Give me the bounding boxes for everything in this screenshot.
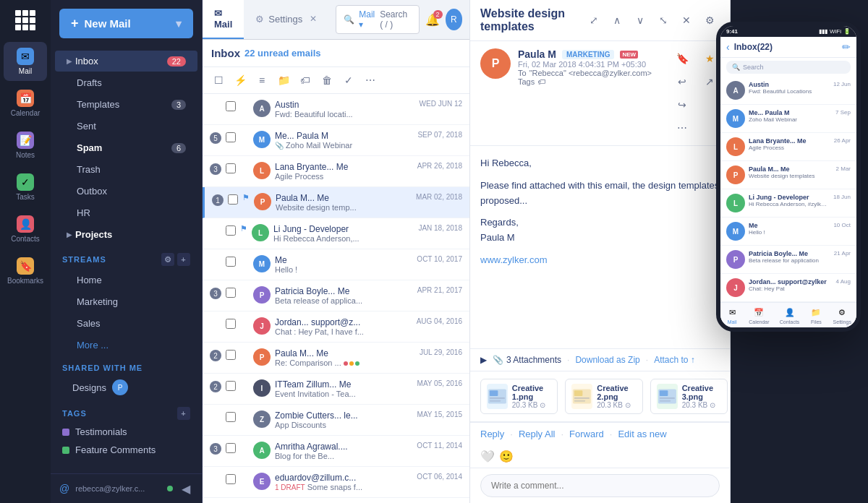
- mail-checkbox[interactable]: [226, 288, 236, 298]
- attach-to-link[interactable]: Attach to ↑: [654, 355, 695, 365]
- mail-row[interactable]: 3 L Lana Bryante... Me Agile Process APR…: [203, 156, 469, 187]
- mail-checkbox[interactable]: [228, 194, 238, 205]
- select-all-button[interactable]: ☐: [208, 70, 229, 90]
- mail-checkbox[interactable]: [226, 474, 236, 484]
- sidebar-item-trash[interactable]: Trash: [55, 159, 197, 180]
- mail-row[interactable]: A admin@zillum.com Event Updated - De...…: [203, 498, 469, 503]
- bookmark-button[interactable]: 🔖: [672, 48, 692, 69]
- attachment-card[interactable]: Creative 3.png 20.3 KB ⊙: [650, 379, 728, 414]
- mail-row[interactable]: 3 A Amritha Agrawal.... Blog for the Be.…: [203, 436, 469, 467]
- phone-mail-item[interactable]: A Austin Fwd: Beautiful Locations 12 Jun: [720, 77, 856, 105]
- phone-compose-icon[interactable]: ✏: [842, 41, 851, 53]
- global-search-box[interactable]: 🔍 Mail ▾ Search ( / ): [336, 5, 419, 34]
- attachment-card[interactable]: Creative 2.png 20.3 KB ⊙: [565, 379, 642, 414]
- phone-bottom-calendar[interactable]: 📅 Calendar: [749, 306, 769, 324]
- tags-add-email-icon[interactable]: 🏷: [537, 77, 545, 86]
- forward-quick-button[interactable]: ↪: [672, 95, 692, 115]
- phone-mail-item[interactable]: M Me Hello ! 10 Oct: [720, 218, 856, 246]
- reply-all-link[interactable]: Reply All: [519, 429, 556, 439]
- reply-link[interactable]: Reply: [480, 429, 504, 439]
- mail-row[interactable]: A Austin Fwd: Beautiful locati... WED JU…: [203, 94, 469, 125]
- mail-checkbox[interactable]: [226, 163, 236, 173]
- tag-feature-comments[interactable]: Feature Comments: [51, 441, 202, 459]
- phone-mail-item[interactable]: J Jordan... support@zylker Chat: Hey Pat…: [720, 274, 856, 302]
- phone-mail-item[interactable]: L Li Jung - Developer Hi Rebecca Anderso…: [720, 189, 856, 218]
- sidebar-item-templates[interactable]: Templates 3: [55, 94, 197, 115]
- mail-row[interactable]: J Jordan... support@z... Chat : Hey Pat,…: [203, 311, 469, 343]
- attachment-count[interactable]: 📎 3 Attachments: [493, 355, 561, 365]
- group-button[interactable]: ≡: [252, 70, 272, 90]
- sidebar-item-drafts[interactable]: Drafts: [55, 72, 197, 93]
- forward-link[interactable]: Forward: [569, 429, 604, 439]
- shared-designs[interactable]: Designs P: [51, 375, 202, 400]
- mail-row[interactable]: 5 M Me... Paula M 📎Zoho Mail Webinar SEP…: [203, 125, 469, 156]
- mail-checkbox[interactable]: [226, 132, 236, 142]
- tab-settings-close-icon[interactable]: ✕: [310, 14, 317, 24]
- mail-row[interactable]: E eduardov@zillum.c... 1 DRAFT Some snap…: [203, 467, 469, 498]
- search-input[interactable]: Search ( / ): [380, 9, 411, 30]
- tab-settings[interactable]: ⚙ Settings ✕: [244, 6, 328, 34]
- app-grid-button[interactable]: [12, 7, 38, 33]
- filter-button[interactable]: ⚡: [230, 70, 250, 90]
- phone-mail-item[interactable]: M Me... Paula M Zoho Mail Webinar 7 Sep: [720, 105, 856, 133]
- streams-settings-icon[interactable]: ⚙: [161, 253, 174, 266]
- tags-add-icon[interactable]: +: [177, 407, 190, 420]
- mail-row[interactable]: M Me Hello ! OCT 10, 2017: [203, 249, 469, 280]
- sidebar-item-outbox[interactable]: Outbox: [55, 181, 197, 202]
- phone-search-box[interactable]: 🔍 Search: [726, 61, 851, 74]
- sidebar-item-home[interactable]: Home: [55, 270, 197, 291]
- email-website[interactable]: www.zylker.com: [480, 253, 720, 268]
- sidebar-item-hr[interactable]: HR: [55, 202, 197, 223]
- archive-button[interactable]: ✓: [339, 70, 359, 90]
- sidebar-item-projects[interactable]: ▶ Projects: [55, 224, 197, 245]
- mail-checkbox[interactable]: [226, 381, 236, 391]
- phone-mail-item[interactable]: L Lana Bryante... Me Agile Process 26 Ap…: [720, 133, 856, 161]
- phone-mail-item[interactable]: P Patricia Boyle... Me Beta release for …: [720, 246, 856, 274]
- sidebar-item-marketing[interactable]: Marketing: [55, 291, 197, 312]
- mail-row[interactable]: ⚑ L Li Jung - Developer Hi Rebecca Ander…: [203, 218, 469, 249]
- emoji-react-button[interactable]: 🙂: [499, 450, 514, 463]
- more-detail-button[interactable]: ⋯: [672, 118, 692, 138]
- mail-row[interactable]: 2 I ITTeam Zillum... Me Event Invitation…: [203, 374, 469, 405]
- mail-row[interactable]: Z Zombie Cutters... le... App Discounts …: [203, 405, 469, 436]
- edit-as-new-link[interactable]: Edit as new: [618, 429, 666, 439]
- sidebar-item-bookmarks[interactable]: 🔖 Bookmarks: [4, 252, 47, 291]
- mail-checkbox[interactable]: [226, 319, 236, 329]
- more-actions-button[interactable]: ⋯: [360, 70, 380, 90]
- download-zip-link[interactable]: Download as Zip: [575, 355, 639, 365]
- prev-email-button[interactable]: ∧: [607, 10, 627, 30]
- sidebar-item-sent[interactable]: Sent: [55, 116, 197, 137]
- mail-checkbox[interactable]: [226, 350, 236, 360]
- mail-checkbox[interactable]: [226, 257, 236, 267]
- search-scope[interactable]: Mail ▾: [359, 9, 375, 30]
- tab-mail[interactable]: ✉ Mail: [203, 0, 244, 39]
- comment-input[interactable]: [480, 474, 720, 497]
- sidebar-item-mail[interactable]: ✉ Mail: [4, 42, 47, 81]
- mail-checkbox[interactable]: [226, 412, 236, 422]
- sidebar-item-sales[interactable]: Sales: [55, 313, 197, 334]
- expand-button[interactable]: ⤡: [653, 10, 673, 30]
- user-avatar[interactable]: R: [446, 9, 463, 30]
- reply-quick-button[interactable]: ↩: [672, 72, 692, 92]
- sidebar-item-inbox[interactable]: ▶ Inbox 22: [55, 51, 197, 72]
- close-email-button[interactable]: ✕: [676, 10, 697, 30]
- mail-checkbox[interactable]: [226, 101, 236, 111]
- expand-attachments-icon[interactable]: ▶: [480, 355, 487, 365]
- mail-row[interactable]: 1 ⚑ P Paula M... Me Website design temp.…: [203, 187, 469, 218]
- settings-detail-button[interactable]: ⚙: [699, 10, 720, 30]
- sidebar-item-spam[interactable]: Spam 6: [55, 137, 197, 158]
- notification-button[interactable]: 🔔 2: [425, 13, 440, 27]
- phone-bottom-settings[interactable]: ⚙ Settings: [833, 306, 851, 324]
- heart-react-button[interactable]: 🤍: [480, 450, 495, 463]
- sidebar-item-more[interactable]: More ...: [55, 335, 197, 356]
- delete-button[interactable]: 🗑: [317, 70, 337, 90]
- phone-mail-item[interactable]: P Paula M... Me Website design templates…: [720, 161, 856, 189]
- phone-bottom-mail[interactable]: ✉ Mail: [726, 306, 739, 324]
- collapse-sidebar-button[interactable]: ◀: [179, 481, 193, 496]
- next-email-button[interactable]: ∨: [630, 10, 650, 30]
- sidebar-item-tasks[interactable]: ✓ Tasks: [4, 168, 47, 207]
- phone-bottom-contacts[interactable]: 👤 Contacts: [780, 306, 800, 324]
- sidebar-item-contacts[interactable]: 👤 Contacts: [4, 210, 47, 249]
- new-mail-button[interactable]: + New Mail ▾: [59, 9, 193, 38]
- mail-checkbox[interactable]: [226, 225, 236, 236]
